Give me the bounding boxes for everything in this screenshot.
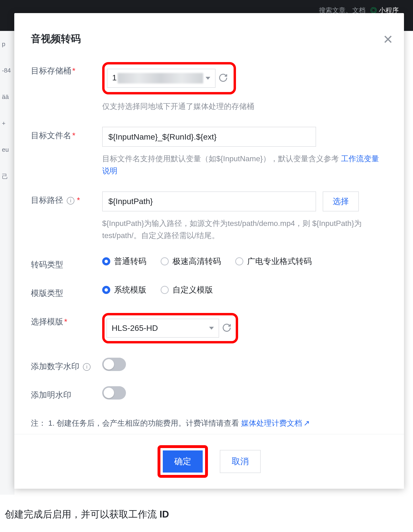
radio-transcode-hd[interactable]: 极速高清转码 <box>161 256 221 267</box>
cancel-button[interactable]: 取消 <box>220 450 261 473</box>
external-link-icon: ↗ <box>303 419 310 427</box>
annotation-box-template <box>102 313 238 343</box>
toggle-visible-watermark[interactable] <box>102 386 126 399</box>
chevron-down-icon <box>206 77 210 80</box>
label-target-filename: 目标文件名* <box>31 127 102 141</box>
refresh-template-icon[interactable] <box>222 323 231 333</box>
confirm-button[interactable]: 确定 <box>163 450 203 473</box>
target-bucket-select[interactable]: 1 <box>107 69 216 88</box>
close-icon[interactable]: ✕ <box>383 33 393 46</box>
label-digital-watermark: 添加数字水印 i <box>31 358 102 372</box>
info-icon[interactable]: i <box>67 197 74 205</box>
modal-body-scroll[interactable]: 目标存储桶* 1 <box>31 62 387 447</box>
transcode-modal: 音视频转码 ✕ 目标存储桶* 1 <box>14 13 404 489</box>
label-select-template: 选择模版* <box>31 313 102 327</box>
modal-footer: 确定 取消 <box>14 434 404 489</box>
doc-caption-bottom: 创建完成后启用，并可以获取工作流 ID <box>5 508 169 521</box>
radio-transcode-broadcast[interactable]: 广电专业格式转码 <box>235 256 312 267</box>
redacted-bucket-name <box>118 73 203 84</box>
radio-template-system[interactable]: 系统模版 <box>102 285 146 295</box>
radio-group-transcode-type: 普通转码 极速高清转码 广电专业格式转码 <box>102 256 383 267</box>
target-path-input[interactable] <box>102 191 316 211</box>
select-path-button[interactable]: 选择 <box>323 191 359 211</box>
template-select-value[interactable] <box>107 319 207 337</box>
refresh-bucket-icon[interactable] <box>218 73 228 84</box>
label-template-type: 模版类型 <box>31 285 102 299</box>
radio-transcode-normal[interactable]: 普通转码 <box>102 256 146 267</box>
toggle-digital-watermark[interactable] <box>102 358 126 371</box>
label-visible-watermark: 添加明水印 <box>31 386 102 400</box>
chevron-down-icon <box>209 327 214 330</box>
label-target-path: 目标路径 i* <box>31 191 102 206</box>
radio-template-custom[interactable]: 自定义模版 <box>161 285 213 295</box>
modal-title: 音视频转码 <box>31 32 387 45</box>
background-left-strip: p -84 ää + eu 己 <box>0 31 14 495</box>
template-select[interactable] <box>106 319 219 338</box>
link-billing-doc[interactable]: 媒体处理计费文档 <box>241 419 302 427</box>
info-icon[interactable]: i <box>83 363 91 371</box>
label-transcode-type: 转码类型 <box>31 256 102 270</box>
help-target-filename: 目标文件名支持使用默认变量（如${InputName}），默认变量含义参考 工作… <box>102 153 383 177</box>
help-target-bucket: 仅支持选择同地域下开通了媒体处理的存储桶 <box>102 100 383 113</box>
radio-group-template-type: 系统模版 自定义模版 <box>102 285 383 295</box>
annotation-box-confirm: 确定 <box>157 445 208 478</box>
help-target-path: ${InputPath}为输入路径，如源文件为test/path/demo.mp… <box>102 217 383 242</box>
annotation-box-bucket: 1 <box>102 62 236 95</box>
target-filename-input[interactable] <box>102 127 316 147</box>
label-target-bucket: 目标存储桶* <box>31 62 102 76</box>
